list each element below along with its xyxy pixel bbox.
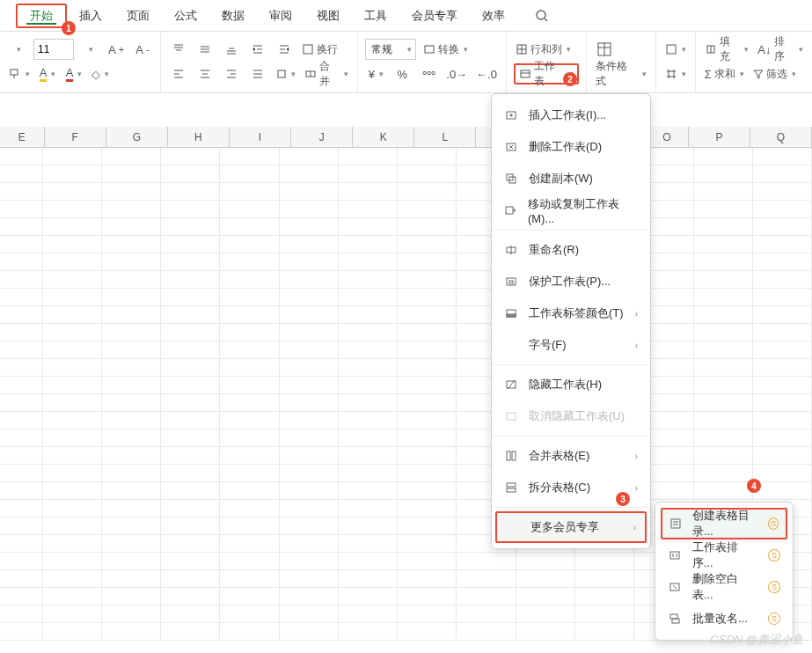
cell[interactable] bbox=[43, 412, 102, 429]
cell[interactable] bbox=[398, 218, 457, 235]
tab-vip[interactable]: 会员专享 bbox=[399, 0, 470, 32]
cell[interactable] bbox=[753, 447, 812, 464]
cell[interactable] bbox=[43, 271, 102, 288]
cell[interactable] bbox=[102, 517, 161, 534]
font-color-icon[interactable]: A▾ bbox=[63, 63, 84, 84]
cell[interactable] bbox=[753, 306, 812, 323]
cell[interactable] bbox=[102, 183, 161, 200]
menu-rename[interactable]: 重命名(R) bbox=[492, 234, 650, 266]
cell[interactable] bbox=[161, 500, 220, 517]
cell[interactable] bbox=[339, 623, 398, 640]
cell[interactable] bbox=[280, 623, 339, 640]
cell[interactable] bbox=[43, 429, 102, 446]
cell[interactable] bbox=[753, 377, 812, 393]
thousand-sep-icon[interactable]: ᵒᵒᵒ bbox=[418, 63, 439, 84]
cell[interactable] bbox=[43, 236, 102, 253]
cell[interactable] bbox=[753, 148, 812, 165]
cell[interactable] bbox=[339, 324, 398, 341]
table-row[interactable] bbox=[0, 306, 812, 324]
cell[interactable] bbox=[161, 289, 220, 305]
cell[interactable] bbox=[161, 377, 220, 393]
cell[interactable] bbox=[0, 306, 43, 323]
menu-delete-sheet[interactable]: 删除工作表(D) bbox=[492, 131, 650, 163]
cell[interactable] bbox=[220, 429, 279, 446]
cell[interactable] bbox=[102, 324, 161, 341]
cell[interactable] bbox=[339, 394, 398, 411]
col-header[interactable]: F bbox=[45, 127, 106, 147]
cell[interactable] bbox=[102, 553, 161, 569]
tab-tools[interactable]: 工具 bbox=[352, 0, 399, 32]
clear-format-icon[interactable]: ◇▾ bbox=[90, 63, 111, 84]
cell[interactable] bbox=[339, 201, 398, 217]
menu-create-toc[interactable]: 创建表格目录... S bbox=[661, 508, 787, 539]
cell[interactable] bbox=[102, 271, 161, 288]
cell[interactable] bbox=[339, 306, 398, 323]
cell[interactable] bbox=[280, 570, 339, 587]
cell[interactable] bbox=[575, 553, 634, 569]
table-row[interactable] bbox=[0, 201, 812, 218]
table-row[interactable] bbox=[0, 253, 812, 271]
table-row[interactable] bbox=[0, 465, 812, 482]
currency-icon[interactable]: ¥▾ bbox=[365, 63, 386, 84]
cell[interactable] bbox=[161, 447, 220, 464]
cell[interactable] bbox=[280, 148, 339, 165]
cell[interactable] bbox=[457, 570, 516, 587]
cell[interactable] bbox=[398, 535, 457, 552]
increase-decimal-icon[interactable]: .0→ bbox=[444, 63, 469, 84]
cell[interactable] bbox=[753, 412, 812, 429]
cell[interactable] bbox=[753, 465, 812, 481]
cell[interactable] bbox=[516, 570, 575, 587]
cell[interactable] bbox=[161, 535, 220, 552]
cell[interactable] bbox=[398, 377, 457, 393]
cell[interactable] bbox=[0, 553, 43, 569]
table-row[interactable] bbox=[0, 289, 812, 306]
cell[interactable] bbox=[339, 429, 398, 446]
cell[interactable] bbox=[339, 447, 398, 464]
cell[interactable] bbox=[398, 588, 457, 605]
cell[interactable] bbox=[161, 271, 220, 288]
cell[interactable] bbox=[280, 359, 339, 376]
menu-protect[interactable]: 保护工作表(P)... bbox=[492, 266, 650, 297]
cell[interactable] bbox=[43, 588, 102, 605]
tab-formula[interactable]: 公式 bbox=[162, 0, 209, 32]
cell[interactable] bbox=[398, 553, 457, 569]
cell[interactable] bbox=[753, 359, 812, 376]
cell[interactable] bbox=[339, 183, 398, 200]
tab-page[interactable]: 页面 bbox=[114, 0, 162, 32]
cell[interactable] bbox=[398, 605, 457, 622]
cell[interactable] bbox=[0, 183, 43, 200]
cell[interactable] bbox=[43, 253, 102, 270]
cell[interactable] bbox=[280, 341, 339, 358]
cell[interactable] bbox=[280, 201, 339, 217]
cell[interactable] bbox=[43, 183, 102, 200]
cell[interactable] bbox=[43, 377, 102, 393]
cell[interactable] bbox=[457, 605, 516, 622]
cell[interactable] bbox=[43, 324, 102, 341]
table-row[interactable] bbox=[0, 236, 812, 253]
cell[interactable] bbox=[220, 183, 279, 200]
cell[interactable] bbox=[161, 341, 220, 358]
cell[interactable] bbox=[43, 165, 102, 182]
cell[interactable] bbox=[280, 253, 339, 270]
cell[interactable] bbox=[102, 253, 161, 270]
cell[interactable] bbox=[220, 253, 279, 270]
cell[interactable] bbox=[575, 623, 634, 640]
cell[interactable] bbox=[220, 341, 279, 358]
menu-more-vip[interactable]: 更多会员专享 › bbox=[495, 511, 647, 543]
percent-icon[interactable]: % bbox=[391, 63, 413, 84]
cell[interactable] bbox=[161, 605, 220, 622]
cell[interactable] bbox=[220, 535, 279, 552]
cell[interactable] bbox=[0, 148, 43, 165]
cell[interactable] bbox=[102, 482, 161, 499]
cell[interactable] bbox=[161, 324, 220, 341]
cell[interactable] bbox=[339, 605, 398, 622]
col-header[interactable]: L bbox=[414, 127, 476, 147]
cell[interactable] bbox=[161, 588, 220, 605]
cell[interactable] bbox=[516, 623, 575, 640]
col-header[interactable]: K bbox=[353, 127, 414, 147]
cell[interactable] bbox=[220, 605, 279, 622]
cell[interactable] bbox=[43, 341, 102, 358]
cell[interactable] bbox=[220, 218, 279, 235]
cell[interactable] bbox=[43, 447, 102, 464]
col-header[interactable]: I bbox=[230, 127, 291, 147]
